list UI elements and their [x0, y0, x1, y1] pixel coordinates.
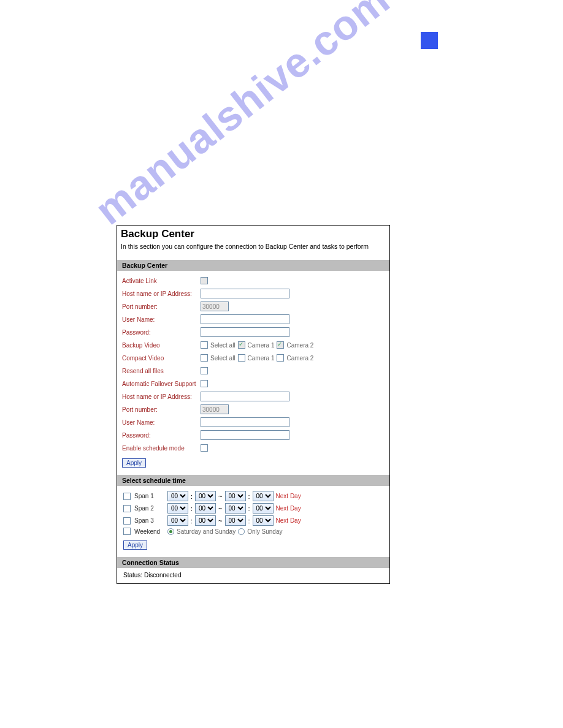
checkbox-bv-selectall[interactable] [201, 341, 208, 349]
select-span2-h1[interactable]: 00 [167, 503, 188, 514]
label-failover: Automatic Failover Support [122, 381, 201, 387]
colon-icon: : [248, 517, 250, 525]
input-host1[interactable] [201, 289, 289, 298]
label-sat-sun: Saturday and Sunday [177, 528, 236, 535]
input-pass2[interactable] [201, 430, 289, 440]
checkbox-span1[interactable] [123, 493, 131, 500]
select-span1-h2[interactable]: 00 [225, 491, 246, 501]
nextday-span3: Next Day [276, 517, 301, 524]
schedule-form: Span 1 00 : 00 ~ 00 : 00 Next Day Span 2… [117, 486, 389, 555]
label-span1: Span 1 [134, 493, 165, 499]
label-bv-selectall: Select all [210, 342, 236, 349]
label-cv-camera2: Camera 2 [286, 355, 313, 362]
label-only-sun: Only Sunday [247, 528, 282, 535]
select-span1-h1[interactable]: 00 [167, 491, 188, 501]
select-span3-h2[interactable]: 00 [225, 515, 246, 526]
checkbox-cv-camera2[interactable] [277, 354, 284, 362]
checkbox-failover[interactable] [201, 380, 208, 387]
label-port1: Port number: [122, 303, 201, 310]
label-user1: User Name: [122, 316, 201, 323]
section-header-backup: Backup Center [117, 260, 389, 271]
checkbox-enable-sched[interactable] [201, 444, 208, 452]
section-header-schedule: Select schedule time [117, 475, 389, 486]
select-span2-m1[interactable]: 00 [195, 503, 216, 514]
colon-icon: : [191, 505, 193, 512]
label-backup-video: Backup Video [122, 342, 201, 349]
tilde-icon: ~ [218, 505, 222, 512]
page-title: Backup Center [117, 226, 389, 241]
label-cv-selectall: Select all [210, 355, 236, 362]
select-span3-m2[interactable]: 00 [253, 515, 274, 526]
select-span3-h1[interactable]: 00 [167, 515, 188, 526]
input-host2[interactable] [201, 392, 289, 401]
nextday-span1: Next Day [276, 493, 301, 499]
nextday-span2: Next Day [276, 505, 301, 512]
input-user1[interactable] [201, 314, 289, 324]
tilde-icon: ~ [218, 517, 222, 525]
status-text: Status: Disconnected [123, 572, 182, 578]
checkbox-weekend[interactable] [123, 528, 131, 535]
checkbox-activate-link[interactable] [201, 277, 208, 284]
input-pass1[interactable] [201, 327, 289, 337]
checkbox-cv-camera1[interactable] [238, 354, 245, 362]
input-user2[interactable] [201, 417, 289, 427]
checkbox-resend[interactable] [201, 367, 208, 374]
apply-button-1[interactable]: Apply [122, 458, 146, 468]
label-user2: User Name: [122, 419, 201, 426]
select-span2-m2[interactable]: 00 [253, 503, 274, 514]
label-host2: Host name or IP Address: [122, 393, 201, 400]
checkbox-span2[interactable] [123, 505, 131, 512]
colon-icon: : [248, 505, 250, 512]
label-span3: Span 3 [134, 517, 165, 524]
label-port2: Port number: [122, 406, 201, 413]
checkbox-span3[interactable] [123, 517, 131, 525]
watermark-text: manualshive.com [86, 0, 399, 233]
backup-center-form: Activate Link Host name or IP Address: P… [117, 271, 389, 472]
checkbox-cv-selectall[interactable] [201, 354, 208, 362]
label-compact-video: Compact Video [122, 355, 201, 362]
colon-icon: : [248, 493, 250, 500]
tilde-icon: ~ [218, 493, 222, 500]
input-port2 [201, 404, 229, 414]
label-bv-camera2: Camera 2 [286, 342, 313, 349]
input-port1 [201, 301, 229, 311]
label-activate-link: Activate Link [122, 278, 201, 284]
radio-only-sun[interactable] [238, 528, 245, 535]
label-cv-camera1: Camera 1 [248, 355, 275, 362]
label-enable-sched: Enable schedule mode [122, 445, 201, 452]
section-header-status: Connection Status [117, 557, 389, 568]
page-marker [421, 32, 438, 49]
colon-icon: : [191, 517, 193, 525]
backup-center-panel: Backup Center In this section you can co… [117, 225, 390, 584]
select-span3-m1[interactable]: 00 [195, 515, 216, 526]
label-span2: Span 2 [134, 505, 165, 512]
label-resend: Resend all files [122, 368, 201, 374]
label-pass1: Password: [122, 329, 201, 336]
radio-sat-sun[interactable] [167, 528, 174, 535]
checkbox-bv-camera2[interactable] [277, 341, 284, 349]
label-pass2: Password: [122, 432, 201, 439]
select-span2-h2[interactable]: 00 [225, 503, 246, 514]
status-body: Status: Disconnected [117, 568, 389, 583]
label-bv-camera1: Camera 1 [248, 342, 275, 349]
intro-text: In this section you can configure the co… [117, 241, 389, 257]
label-weekend: Weekend [134, 528, 165, 535]
colon-icon: : [191, 493, 193, 500]
select-span1-m1[interactable]: 00 [195, 491, 216, 501]
apply-button-2[interactable]: Apply [123, 540, 147, 550]
label-host1: Host name or IP Address: [122, 290, 201, 297]
select-span1-m2[interactable]: 00 [253, 491, 274, 501]
checkbox-bv-camera1[interactable] [238, 341, 245, 349]
